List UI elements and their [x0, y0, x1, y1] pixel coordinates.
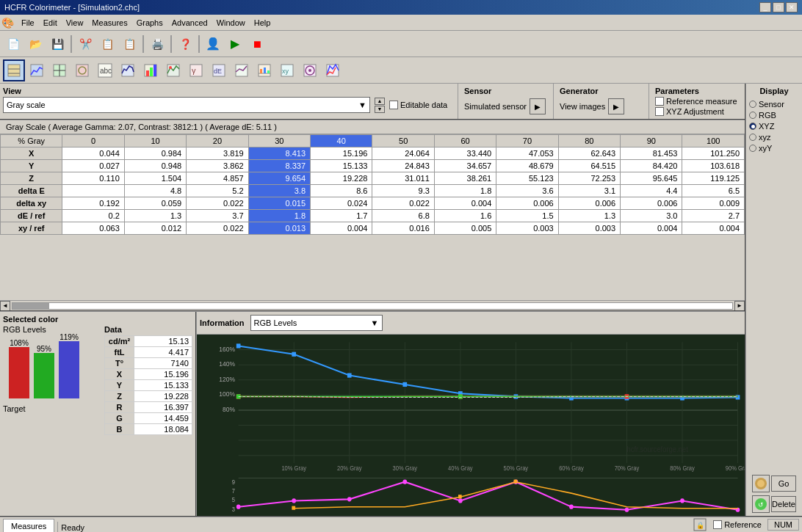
- table-scroll[interactable]: % Gray 0 10 20 30 40 50 60 70 80 90 100: [0, 134, 745, 300]
- tb2-btn-12[interactable]: [253, 59, 275, 81]
- new-btn[interactable]: 📄: [3, 34, 24, 54]
- radio-xyy[interactable]: xyY: [749, 144, 799, 153]
- measurement-value: 18.084: [134, 424, 192, 435]
- menu-measures[interactable]: Measures: [87, 17, 131, 29]
- maximize-btn[interactable]: □: [773, 2, 784, 12]
- tb2-btn-5[interactable]: abc: [94, 59, 116, 81]
- close-btn[interactable]: ✕: [786, 2, 798, 12]
- selected-color-title: Selected color: [3, 315, 192, 324]
- radio-xyz-lower-circle[interactable]: [749, 134, 756, 141]
- minimize-btn[interactable]: _: [759, 2, 771, 12]
- measurement-row: ftL4.417: [105, 347, 192, 358]
- scroll-left-btn[interactable]: ◄: [0, 301, 10, 311]
- table-cell: 0.012: [124, 222, 186, 235]
- radio-rgb[interactable]: RGB: [749, 111, 799, 120]
- menu-advanced[interactable]: Advanced: [167, 17, 212, 29]
- tb2-btn-8[interactable]: [162, 59, 184, 81]
- print-btn[interactable]: 🖨️: [147, 34, 167, 54]
- scroll-track[interactable]: [12, 302, 733, 310]
- menu-window[interactable]: Window: [212, 17, 250, 29]
- radio-rgb-circle[interactable]: [749, 112, 756, 119]
- scroll-right-btn[interactable]: ►: [734, 301, 745, 311]
- radio-sensor[interactable]: Sensor: [749, 100, 799, 109]
- paste-btn[interactable]: 📋: [119, 34, 140, 54]
- tb2-btn-6[interactable]: [117, 59, 139, 81]
- play-btn[interactable]: ▶: [225, 34, 245, 54]
- measurement-row: Y15.133: [105, 380, 192, 391]
- svg-text:40% Gray: 40% Gray: [448, 465, 473, 472]
- editable-data-checkbox[interactable]: Editable data: [389, 101, 447, 109]
- tb2-btn-3[interactable]: [48, 59, 71, 81]
- green-bar-pct: 95%: [37, 345, 51, 353]
- status-right: 🔒 Reference NUM: [693, 517, 799, 532]
- radio-sensor-circle[interactable]: [749, 101, 756, 108]
- tb2-btn-10[interactable]: dE: [208, 59, 230, 81]
- generator-btn[interactable]: ▶: [608, 98, 624, 114]
- editable-data-check[interactable]: [389, 101, 398, 109]
- radio-xyz[interactable]: XYZ: [749, 122, 799, 131]
- tb2-btn-15[interactable]: [322, 59, 344, 81]
- window-controls[interactable]: _ □ ✕: [759, 2, 798, 12]
- measurements-scroll[interactable]: cd/m²15.13ftL4.417T°7140X15.196Y15.133Z1…: [104, 335, 192, 435]
- table-cell: 4.857: [187, 172, 248, 185]
- scroll-thumb[interactable]: [12, 303, 49, 309]
- scroll-down-btn[interactable]: ▼: [375, 106, 385, 113]
- tb2-btn-1[interactable]: [3, 59, 25, 81]
- sensor-btn[interactable]: ▶: [530, 98, 546, 114]
- tb2-btn-13[interactable]: xy: [276, 59, 298, 81]
- measurement-key: cd/m²: [105, 336, 134, 347]
- stop-btn[interactable]: ⏹: [247, 34, 267, 54]
- menu-view[interactable]: View: [62, 17, 88, 29]
- radio-xyz-lower[interactable]: xyz: [749, 133, 799, 142]
- measurement-value: 15.133: [134, 380, 192, 391]
- go-button[interactable]: Go: [771, 475, 796, 492]
- svg-rect-75: [736, 395, 740, 399]
- view-controls: Gray scale ▼ ▲ ▼ Editable data: [3, 97, 455, 113]
- info-dropdown[interactable]: RGB Levels ▼: [250, 315, 383, 331]
- tb2-btn-9[interactable]: γ: [185, 59, 207, 81]
- measures-tab[interactable]: Measures: [3, 519, 54, 532]
- reference-check[interactable]: Reference: [713, 520, 762, 529]
- person-btn[interactable]: 👤: [203, 34, 223, 54]
- scroll-up-btn[interactable]: ▲: [375, 98, 385, 105]
- col-header-40: 40: [311, 135, 372, 147]
- ref-measure-checkbox[interactable]: [655, 97, 664, 106]
- selected-color-panel: Selected color RGB Levels 108%: [0, 312, 197, 516]
- copy-btn[interactable]: 📋: [97, 34, 118, 54]
- menu-bar: 🎨 File Edit View Measures Graphs Advance…: [0, 15, 802, 31]
- radio-xyy-circle[interactable]: [749, 145, 756, 152]
- menu-edit[interactable]: Edit: [39, 17, 62, 29]
- svg-rect-67: [292, 352, 296, 357]
- measurement-value: 19.228: [134, 391, 192, 402]
- menu-file[interactable]: File: [17, 17, 39, 29]
- cut-btn[interactable]: ✂️: [75, 34, 95, 54]
- scroll-btns[interactable]: ▲ ▼: [375, 98, 385, 113]
- open-btn[interactable]: 📂: [25, 34, 46, 54]
- menu-graphs[interactable]: Graphs: [132, 17, 167, 29]
- measurement-key: X: [105, 369, 134, 380]
- selected-color-content: RGB Levels 108% 95%: [3, 325, 192, 435]
- reference-checkbox[interactable]: [713, 520, 722, 529]
- tb2-btn-14[interactable]: [299, 59, 321, 81]
- ref-measure-check[interactable]: Reference measure: [655, 97, 739, 106]
- menu-help[interactable]: Help: [250, 17, 275, 29]
- save-btn[interactable]: 💾: [47, 34, 68, 54]
- table-cell: 1.8: [248, 210, 310, 222]
- tb2-btn-11[interactable]: [231, 59, 253, 81]
- delete-button[interactable]: Delete: [771, 496, 796, 512]
- tb2-btn-2[interactable]: [26, 59, 48, 81]
- table-body: X0.0440.9843.8198.41315.19624.06433.4404…: [1, 147, 745, 235]
- table-cell: 15.196: [311, 147, 372, 160]
- table-cell: 95.645: [621, 172, 682, 185]
- svg-rect-26: [264, 68, 266, 73]
- view-dropdown[interactable]: Gray scale ▼: [3, 97, 370, 113]
- help-btn[interactable]: ❓: [175, 34, 195, 54]
- parameters-panel: Parameters Reference measure XYZ Adjustm…: [649, 84, 745, 119]
- h-scrollbar[interactable]: ◄ ►: [0, 300, 745, 310]
- tb2-btn-4[interactable]: [71, 59, 93, 81]
- xyz-adj-check[interactable]: XYZ Adjustment: [655, 107, 739, 116]
- xyz-adj-checkbox[interactable]: [655, 107, 664, 116]
- radio-xyz-circle[interactable]: [749, 123, 756, 130]
- svg-rect-0: [8, 65, 20, 76]
- tb2-btn-7[interactable]: [140, 59, 162, 81]
